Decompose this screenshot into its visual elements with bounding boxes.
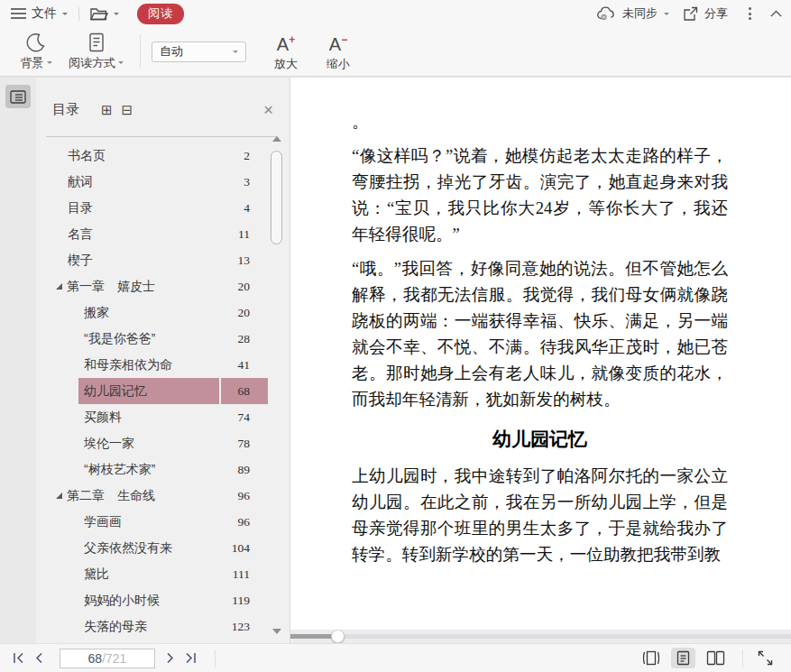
body-paragraph: 。 [352, 108, 728, 134]
toc-item-page: 74 [221, 404, 268, 430]
previous-page-button[interactable] [34, 652, 43, 664]
toc-item-label: 搬家 [84, 305, 109, 321]
scroll-down-arrow-icon[interactable] [272, 629, 281, 634]
toc-item[interactable]: 书名页2 [36, 143, 290, 169]
toc-item-label: 学画画 [84, 514, 122, 530]
toc-item-label: 名言 [68, 226, 93, 243]
toc-item-page: 96 [221, 509, 268, 535]
zoom-select-caret-icon [233, 51, 238, 53]
folder-caret-icon[interactable] [114, 13, 119, 15]
section-heading: 幼儿园记忆 [352, 426, 728, 453]
reading-mode-button[interactable]: 阅读方式 [69, 32, 124, 71]
toc-item-page: 89 [221, 456, 268, 483]
toc-item-label: 父亲依然没有来 [84, 540, 172, 557]
share-icon[interactable] [683, 6, 698, 21]
sync-status-label[interactable]: 未同步 [622, 5, 658, 22]
titlebar: 文件 阅读 未同步 分享 [0, 0, 791, 27]
toc-item[interactable]: 搬家20 [36, 299, 290, 326]
toc-item[interactable]: 父亲依然没有来104 [36, 535, 290, 561]
toc-item[interactable]: 买颜料74 [36, 404, 290, 430]
file-menu-caret-icon[interactable] [62, 13, 68, 15]
moon-icon [26, 32, 46, 52]
slider-track[interactable] [290, 634, 791, 639]
scrollbar-thumb[interactable] [271, 151, 282, 244]
reading-pane[interactable]: 。“像这样吗？”说着，她模仿起老太太走路的样子，弯腰拄拐，掉光了牙齿。演完了，她… [290, 78, 791, 643]
more-options-icon[interactable] [743, 7, 757, 20]
single-page-view-button[interactable] [671, 648, 695, 668]
page-number-input[interactable]: 68/721 [60, 649, 155, 668]
toc-item[interactable]: 目录4 [36, 195, 290, 221]
ribbon-toolbar: 背景 阅读方式 自动 A+ 放大 A− 缩小 [0, 27, 791, 77]
bottombar-divider [215, 649, 216, 667]
bottom-statusbar: 68/721 [0, 643, 791, 672]
total-pages: /721 [102, 651, 126, 666]
toc-item-label: 目录 [68, 200, 93, 216]
toc-item-page: 111 [221, 561, 268, 587]
zoom-out-button[interactable]: A− 缩小 [318, 31, 358, 72]
read-mode-badge[interactable]: 阅读 [137, 4, 184, 24]
close-panel-icon[interactable]: × [258, 100, 279, 120]
side-panel-strip [0, 78, 36, 643]
toc-item-label: 献词 [68, 174, 93, 190]
chapter-collapse-triangle-icon[interactable] [56, 283, 62, 290]
toc-item-page: 20 [221, 299, 268, 326]
two-page-view-button[interactable] [701, 648, 731, 668]
folder-open-icon[interactable] [90, 7, 108, 21]
page-progress-slider[interactable] [290, 630, 791, 643]
sync-caret-icon[interactable] [664, 13, 669, 15]
toc-item-label: 黛比 [84, 566, 109, 583]
hamburger-menu-icon[interactable] [11, 8, 26, 19]
cloud-not-synced-icon[interactable] [597, 6, 616, 21]
expand-all-icon[interactable]: ⊞ [101, 102, 113, 118]
toc-item[interactable]: 献词3 [36, 169, 290, 195]
toc-list-icon [10, 90, 26, 104]
toc-item-label: “我是你爸爸” [84, 331, 155, 347]
toc-item-page: 119 [221, 587, 268, 613]
share-label[interactable]: 分享 [704, 5, 728, 22]
toc-item-label: 失落的母亲 [84, 619, 147, 635]
file-menu[interactable]: 文件 [32, 5, 57, 22]
toc-item-page: 41 [221, 352, 268, 378]
toc-item[interactable]: 第二章 生命线96 [36, 483, 290, 509]
collapse-ribbon-icon[interactable] [770, 10, 782, 17]
toc-item[interactable]: 失落的母亲123 [36, 613, 290, 640]
toc-item[interactable]: 和母亲相依为命41 [36, 352, 290, 378]
sidebar-scrollbar[interactable] [270, 134, 284, 636]
toc-item[interactable]: 名言11 [36, 221, 290, 247]
slider-thumb[interactable] [331, 630, 345, 643]
zoom-in-button[interactable]: A+ 放大 [266, 31, 306, 72]
document-icon [87, 32, 106, 52]
fullscreen-icon[interactable] [753, 648, 777, 668]
toc-item[interactable]: 第一章 嬉皮士20 [36, 273, 290, 299]
zoom-level-select[interactable]: 自动 [152, 41, 246, 62]
toc-item-page: 28 [221, 326, 268, 352]
toc-item[interactable]: 黛比111 [36, 561, 290, 587]
toc-panel-button[interactable] [5, 85, 31, 108]
wps-reader-window: 文件 阅读 未同步 分享 [0, 0, 791, 672]
next-page-button[interactable] [166, 652, 175, 664]
toc-item[interactable]: 学画画96 [36, 509, 290, 535]
scroll-up-arrow-icon[interactable] [272, 136, 281, 142]
toc-item-label: 楔子 [68, 253, 93, 269]
toc-item-label: 和母亲相依为命 [84, 357, 172, 373]
toc-item[interactable]: 幼儿园记忆68 [36, 378, 290, 404]
sidebar-separator [46, 136, 278, 137]
toc-item[interactable]: 埃伦一家78 [36, 430, 290, 456]
titlebar-divider [78, 7, 79, 21]
toc-item[interactable]: 楔子13 [36, 247, 290, 273]
font-increase-icon: A+ [277, 31, 295, 53]
zoom-select-value: 自动 [160, 43, 233, 60]
toc-item[interactable]: 妈妈的小时候119 [36, 587, 290, 613]
body-paragraph: “哦。”我回答，好像同意她的说法。但不管她怎么解释，我都无法信服。我觉得，我们母… [352, 255, 728, 412]
continuous-view-button[interactable] [637, 648, 666, 668]
chapter-collapse-triangle-icon[interactable] [56, 492, 62, 499]
toc-item-page: 123 [221, 613, 268, 640]
toc-item[interactable]: “树枝艺术家”89 [36, 456, 290, 483]
toc-list: 书名页2献词3目录4名言11楔子13第一章 嬉皮士20搬家20“我是你爸爸”28… [36, 143, 290, 643]
collapse-all-icon[interactable]: ⊟ [122, 102, 133, 118]
first-page-button[interactable] [13, 652, 25, 664]
background-button[interactable]: 背景 [16, 32, 56, 71]
last-page-button[interactable] [184, 652, 197, 664]
body-paragraph: “像这样吗？”说着，她模仿起老太太走路的样子，弯腰拄拐，掉光了牙齿。演完了，她直… [352, 143, 728, 247]
toc-item[interactable]: “我是你爸爸”28 [36, 326, 290, 352]
